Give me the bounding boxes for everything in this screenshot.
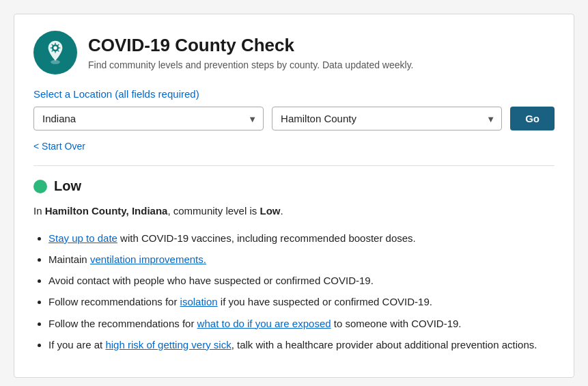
go-button[interactable]: Go	[510, 107, 555, 130]
svg-point-2	[53, 46, 57, 50]
required-fields-link[interactable]: all fields required	[118, 88, 195, 100]
recommendations-list: Stay up to date with COVID-19 vaccines, …	[33, 230, 555, 353]
recommendation-item-4: Follow recommendations for isolation if …	[48, 294, 555, 309]
recommendation-item-3: Avoid contact with people who have suspe…	[48, 273, 555, 288]
location-label: Select a Location (all fields required)	[33, 88, 555, 100]
level-badge: Low	[33, 178, 555, 194]
recommendation-link-4[interactable]: isolation	[180, 296, 218, 307]
svg-line-7	[52, 44, 53, 45]
recommendation-item-5: Follow the recommendations for what to d…	[48, 316, 555, 331]
recommendation-link-1[interactable]: Stay up to date	[48, 232, 117, 244]
recommendation-link-2[interactable]: ventilation improvements.	[90, 253, 206, 265]
summary-level: Low	[260, 205, 280, 217]
recommendation-item-1: Stay up to date with COVID-19 vaccines, …	[48, 230, 555, 246]
start-over-link[interactable]: < Start Over	[33, 141, 85, 152]
recommendation-item-2: Maintain ventilation improvements.	[48, 251, 555, 267]
recommendation-item-6: If you are at high risk of getting very …	[48, 337, 555, 353]
county-select[interactable]: Adams CountyAllen CountyBartholomew Coun…	[272, 107, 502, 130]
summary-location: Hamilton County, Indiana	[45, 205, 168, 217]
app-subtitle: Find community levels and prevention ste…	[88, 59, 414, 70]
county-select-wrapper: Adams CountyAllen CountyBartholomew Coun…	[272, 107, 502, 130]
app-logo	[33, 31, 77, 74]
svg-line-9	[58, 44, 59, 45]
header-text: COVID-19 County Check Find community lev…	[88, 35, 414, 70]
svg-line-8	[58, 51, 59, 51]
state-select-wrapper: AlabamaAlaskaArizonaArkansasCaliforniaCo…	[33, 107, 264, 130]
section-divider	[33, 165, 555, 166]
app-title: COVID-19 County Check	[88, 35, 414, 56]
recommendation-link-6[interactable]: high risk of getting very sick	[105, 339, 231, 350]
header: COVID-19 County Check Find community lev…	[33, 31, 555, 74]
state-select[interactable]: AlabamaAlaskaArizonaArkansasCaliforniaCo…	[33, 107, 264, 130]
main-card: COVID-19 County Check Find community lev…	[14, 14, 574, 378]
level-label: Low	[54, 178, 81, 194]
level-dot	[33, 180, 47, 193]
svg-line-10	[52, 51, 53, 51]
recommendation-link-5[interactable]: what to do if you are exposed	[197, 318, 331, 329]
selectors-row: AlabamaAlaskaArizonaArkansasCaliforniaCo…	[33, 107, 555, 130]
summary-text: In Hamilton County, Indiana, community l…	[33, 204, 555, 219]
